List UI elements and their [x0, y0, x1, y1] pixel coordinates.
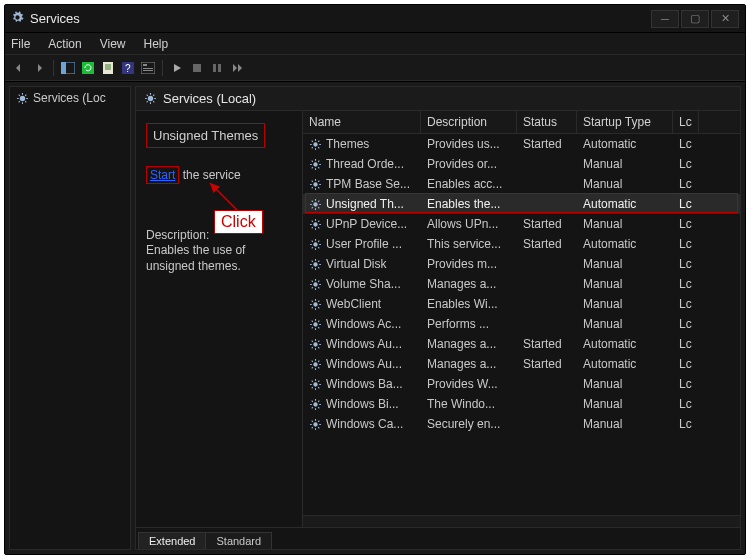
- start-link[interactable]: Start: [146, 166, 179, 184]
- gear-icon: [309, 378, 322, 391]
- cell-desc: This service...: [421, 237, 517, 251]
- table-row[interactable]: Windows Ca...Securely en...ManualLc: [303, 414, 740, 434]
- restart-service-button[interactable]: [229, 60, 245, 76]
- table-row[interactable]: WebClientEnables Wi...ManualLc: [303, 294, 740, 314]
- menu-file[interactable]: File: [11, 37, 30, 51]
- window-title: Services: [30, 11, 651, 26]
- cell-name: Themes: [303, 137, 421, 151]
- content-split: Unsigned Themes Start the service Click …: [136, 111, 740, 527]
- svg-rect-8: [143, 68, 153, 69]
- table-row[interactable]: Windows Ba...Provides W...ManualLc: [303, 374, 740, 394]
- table-row[interactable]: Volume Sha...Manages a...ManualLc: [303, 274, 740, 294]
- cell-startup: Manual: [577, 377, 673, 391]
- cell-status: Started: [517, 217, 577, 231]
- cell-startup: Automatic: [577, 357, 673, 371]
- table-row[interactable]: User Profile ...This service...StartedAu…: [303, 234, 740, 254]
- cell-name: TPM Base Se...: [303, 177, 421, 191]
- cell-desc: Securely en...: [421, 417, 517, 431]
- gear-icon: [309, 278, 322, 291]
- horizontal-scrollbar[interactable]: [303, 515, 740, 527]
- stop-service-button[interactable]: [189, 60, 205, 76]
- right-title: Services (Local): [163, 91, 256, 106]
- pause-service-button[interactable]: [209, 60, 225, 76]
- export-list-button[interactable]: [100, 60, 116, 76]
- cell-desc: Enables acc...: [421, 177, 517, 191]
- description-text: Enables the use of unsigned themes.: [146, 242, 292, 274]
- table-row[interactable]: Thread Orde...Provides or...ManualLc: [303, 154, 740, 174]
- cell-logon: Lc: [673, 137, 699, 151]
- svg-point-28: [313, 382, 317, 386]
- table-row[interactable]: Windows Au...Manages a...StartedAutomati…: [303, 334, 740, 354]
- table-row[interactable]: TPM Base Se...Enables acc...ManualLc: [303, 174, 740, 194]
- start-service-button[interactable]: [169, 60, 185, 76]
- toolbar: ?: [5, 55, 745, 81]
- window-controls: ─ ▢ ✕: [651, 10, 739, 28]
- refresh-button[interactable]: [80, 60, 96, 76]
- tree-root[interactable]: Services (Loc: [10, 87, 130, 109]
- detail-pane: Unsigned Themes Start the service Click …: [136, 111, 302, 527]
- cell-startup: Manual: [577, 297, 673, 311]
- cell-startup: Manual: [577, 317, 673, 331]
- forward-button[interactable]: [31, 60, 47, 76]
- close-button[interactable]: ✕: [711, 10, 739, 28]
- cell-name: Windows Ca...: [303, 417, 421, 431]
- back-button[interactable]: [11, 60, 27, 76]
- right-header: Services (Local): [136, 87, 740, 111]
- click-annotation: Click: [214, 210, 263, 234]
- cell-name: Thread Orde...: [303, 157, 421, 171]
- gear-icon: [309, 318, 322, 331]
- cell-status: Started: [517, 337, 577, 351]
- show-hide-tree-button[interactable]: [60, 60, 76, 76]
- services-window: Services ─ ▢ ✕ File Action View Help ?: [4, 4, 746, 555]
- titlebar[interactable]: Services ─ ▢ ✕: [5, 5, 745, 33]
- table-row[interactable]: Windows Ac...Performs ...ManualLc: [303, 314, 740, 334]
- tree-pane[interactable]: Services (Loc: [9, 86, 131, 550]
- cell-name: Virtual Disk: [303, 257, 421, 271]
- table-row[interactable]: Windows Au...Manages a...StartedAutomati…: [303, 354, 740, 374]
- cell-name: Windows Ba...: [303, 377, 421, 391]
- col-name[interactable]: Name: [303, 111, 421, 133]
- help-button[interactable]: ?: [120, 60, 136, 76]
- table-row[interactable]: Unsigned Th...Enables the...AutomaticLc: [303, 194, 740, 214]
- svg-point-13: [20, 95, 25, 100]
- table-row[interactable]: Windows Bi...The Windo...ManualLc: [303, 394, 740, 414]
- col-status[interactable]: Status: [517, 111, 577, 133]
- cell-desc: Provides us...: [421, 137, 517, 151]
- minimize-button[interactable]: ─: [651, 10, 679, 28]
- svg-point-20: [313, 222, 317, 226]
- menu-view[interactable]: View: [100, 37, 126, 51]
- cell-status: Started: [517, 237, 577, 251]
- maximize-button[interactable]: ▢: [681, 10, 709, 28]
- col-startup[interactable]: Startup Type: [577, 111, 673, 133]
- cell-name: Windows Ac...: [303, 317, 421, 331]
- cell-desc: Provides W...: [421, 377, 517, 391]
- cell-logon: Lc: [673, 217, 699, 231]
- cell-name: Windows Au...: [303, 357, 421, 371]
- properties-button[interactable]: [140, 60, 156, 76]
- cell-startup: Manual: [577, 277, 673, 291]
- cell-status: Started: [517, 137, 577, 151]
- selected-service-name: Unsigned Themes: [146, 123, 265, 148]
- menu-help[interactable]: Help: [144, 37, 169, 51]
- right-pane: Services (Local) Unsigned Themes Start t…: [135, 86, 741, 550]
- table-row[interactable]: ThemesProvides us...StartedAutomaticLc: [303, 134, 740, 154]
- cell-logon: Lc: [673, 417, 699, 431]
- cell-desc: Performs ...: [421, 317, 517, 331]
- table-row[interactable]: Virtual DiskProvides m...ManualLc: [303, 254, 740, 274]
- toolbar-separator: [162, 60, 163, 76]
- tab-standard[interactable]: Standard: [205, 532, 272, 549]
- gear-icon: [309, 418, 322, 431]
- svg-point-25: [313, 322, 317, 326]
- gear-icon: [309, 358, 322, 371]
- svg-rect-11: [213, 64, 216, 72]
- cell-startup: Manual: [577, 157, 673, 171]
- table-row[interactable]: UPnP Device...Allows UPn...StartedManual…: [303, 214, 740, 234]
- menu-action[interactable]: Action: [48, 37, 81, 51]
- svg-rect-10: [193, 64, 201, 72]
- col-logon[interactable]: Lc: [673, 111, 699, 133]
- col-desc[interactable]: Description: [421, 111, 517, 133]
- svg-point-29: [313, 402, 317, 406]
- list-body[interactable]: ThemesProvides us...StartedAutomaticLcTh…: [303, 134, 740, 527]
- cell-startup: Manual: [577, 397, 673, 411]
- tab-extended[interactable]: Extended: [138, 532, 206, 549]
